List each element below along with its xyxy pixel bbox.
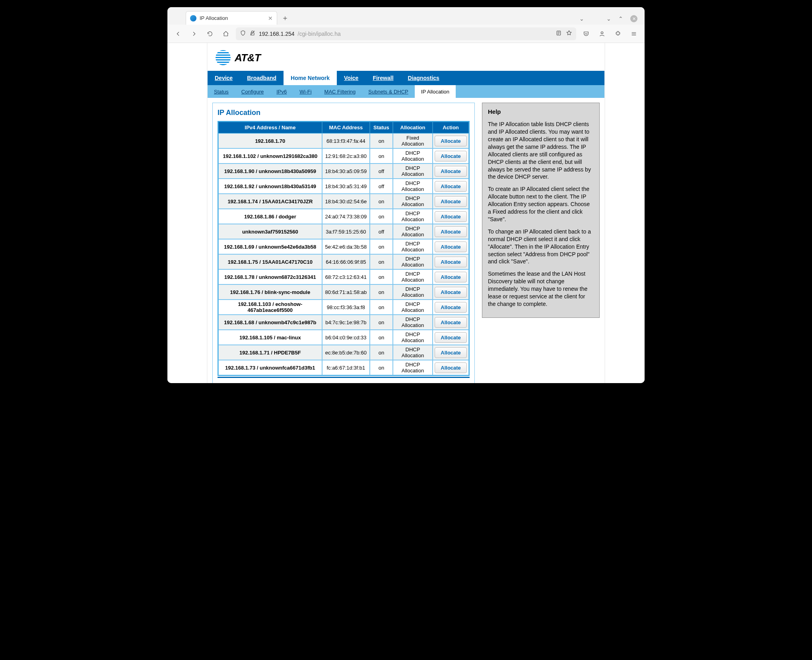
browser-tab[interactable]: IP Allocation ✕ bbox=[186, 11, 277, 25]
table-row: unknown3af7591525603a:f7:59:15:25:60offD… bbox=[218, 224, 469, 239]
cell-mac: 98:cc:f3:36:3a:f8 bbox=[322, 300, 370, 315]
allocate-button[interactable]: Allocate bbox=[435, 332, 467, 343]
forward-button[interactable] bbox=[188, 28, 200, 40]
allocate-button[interactable]: Allocate bbox=[435, 257, 467, 267]
allocate-button[interactable]: Allocate bbox=[435, 347, 467, 358]
tab-title: IP Allocation bbox=[200, 15, 228, 21]
help-title: Help bbox=[488, 108, 594, 116]
cell-allocation: DHCP Allocation bbox=[393, 330, 433, 345]
main-panel: IP Allocation IPv4 Address / Name MAC Ad… bbox=[212, 103, 475, 383]
cell-name: 192.168.1.74 / 15AA01AC34170JZR bbox=[218, 194, 322, 209]
tab-close-button[interactable]: ✕ bbox=[268, 15, 273, 21]
allocate-button[interactable]: Allocate bbox=[435, 287, 467, 298]
allocate-button[interactable]: Allocate bbox=[435, 166, 467, 177]
app-menu-button[interactable] bbox=[628, 28, 640, 40]
window-min-button[interactable]: ⌄ bbox=[606, 16, 611, 22]
cell-status: off bbox=[370, 164, 393, 179]
subnav-ipv6[interactable]: IPv6 bbox=[270, 85, 293, 98]
cell-action: Allocate bbox=[433, 179, 469, 194]
reload-button[interactable] bbox=[204, 28, 216, 40]
window-close-button[interactable]: ✕ bbox=[630, 15, 637, 22]
page-viewport[interactable]: AT&T DeviceBroadbandHome NetworkVoiceFir… bbox=[167, 43, 645, 383]
mainnav-home-network[interactable]: Home Network bbox=[284, 71, 337, 85]
cell-action: Allocate bbox=[433, 330, 469, 345]
home-icon bbox=[223, 31, 229, 37]
allocate-button[interactable]: Allocate bbox=[435, 317, 467, 328]
cell-mac: fc:a6:67:1d:3f:b1 bbox=[322, 360, 370, 375]
cell-allocation: DHCP Allocation bbox=[393, 360, 433, 375]
cell-name: 192.168.1.86 / dodger bbox=[218, 209, 322, 224]
cell-allocation: DHCP Allocation bbox=[393, 345, 433, 360]
allocate-button[interactable]: Allocate bbox=[435, 181, 467, 192]
cell-name: 192.168.1.68 / unknownb47c9c1e987b bbox=[218, 315, 322, 330]
new-tab-button[interactable]: ＋ bbox=[280, 12, 291, 23]
tabs-dropdown-button[interactable]: ⌄ bbox=[579, 16, 584, 22]
cell-action: Allocate bbox=[433, 360, 469, 375]
allocate-button[interactable]: Allocate bbox=[435, 241, 467, 252]
cell-allocation: Fixed Allocation bbox=[393, 133, 433, 148]
back-button[interactable] bbox=[172, 28, 184, 40]
mainnav-diagnostics[interactable]: Diagnostics bbox=[401, 71, 447, 85]
browser-toolbar: 192.168.1.254/cgi-bin/ipalloc.ha bbox=[167, 25, 645, 43]
table-row: 192.168.1.73 / unknownfca6671d3fb1fc:a6:… bbox=[218, 360, 469, 375]
table-row: 192.168.1.86 / dodger24:a0:74:73:38:09on… bbox=[218, 209, 469, 224]
account-icon bbox=[599, 31, 605, 37]
cell-action: Allocate bbox=[433, 133, 469, 148]
subnav-subnets-dhcp[interactable]: Subnets & DHCP bbox=[362, 85, 414, 98]
mainnav-broadband[interactable]: Broadband bbox=[240, 71, 284, 85]
subnav-mac-filtering[interactable]: MAC Filtering bbox=[318, 85, 362, 98]
pocket-icon bbox=[583, 31, 589, 37]
pocket-button[interactable] bbox=[580, 28, 592, 40]
mainnav-voice[interactable]: Voice bbox=[337, 71, 365, 85]
arrow-left-icon bbox=[175, 31, 181, 37]
cell-action: Allocate bbox=[433, 269, 469, 284]
cell-mac: 24:a0:74:73:38:09 bbox=[322, 209, 370, 224]
allocate-button[interactable]: Allocate bbox=[435, 136, 467, 146]
cell-name: unknown3af759152560 bbox=[218, 224, 322, 239]
cell-action: Allocate bbox=[433, 284, 469, 300]
svg-point-6 bbox=[601, 31, 603, 33]
allocate-button[interactable]: Allocate bbox=[435, 272, 467, 282]
url-host: 192.168.1.254 bbox=[259, 31, 295, 37]
allocate-button[interactable]: Allocate bbox=[435, 196, 467, 207]
cell-mac: 18:b4:30:a5:31:49 bbox=[322, 179, 370, 194]
cell-mac: 18:b4:30:d2:54:6e bbox=[322, 194, 370, 209]
mainnav-device[interactable]: Device bbox=[208, 71, 240, 85]
reload-icon bbox=[207, 31, 213, 37]
cell-allocation: DHCP Allocation bbox=[393, 209, 433, 224]
home-button[interactable] bbox=[220, 28, 232, 40]
allocate-button[interactable]: Allocate bbox=[435, 151, 467, 162]
cell-status: on bbox=[370, 300, 393, 315]
cell-name: 192.168.1.69 / unknown5e42e6da3b58 bbox=[218, 239, 322, 254]
extensions-button[interactable] bbox=[612, 28, 624, 40]
subnav-wi-fi[interactable]: Wi-Fi bbox=[293, 85, 318, 98]
url-path: /cgi-bin/ipalloc.ha bbox=[298, 31, 341, 37]
cell-mac: 18:b4:30:a5:09:59 bbox=[322, 164, 370, 179]
allocate-button[interactable]: Allocate bbox=[435, 226, 467, 237]
url-bar[interactable]: 192.168.1.254/cgi-bin/ipalloc.ha bbox=[236, 27, 576, 40]
cell-action: Allocate bbox=[433, 194, 469, 209]
window-max-button[interactable]: ⌃ bbox=[618, 16, 623, 22]
mainnav-firewall[interactable]: Firewall bbox=[365, 71, 400, 85]
cell-name: 192.168.1.102 / unknown1291682ca380 bbox=[218, 148, 322, 164]
col-status: Status bbox=[370, 122, 393, 133]
cell-name: 192.168.1.103 / echoshow-467ab1eace6f550… bbox=[218, 300, 322, 315]
help-paragraph: To create an IP Allocated client select … bbox=[488, 185, 594, 223]
sub-nav: StatusConfigureIPv6Wi-FiMAC FilteringSub… bbox=[208, 85, 604, 98]
cell-mac: 68:72:c3:12:63:41 bbox=[322, 269, 370, 284]
allocate-button[interactable]: Allocate bbox=[435, 362, 467, 373]
cell-name: 192.168.1.90 / unknown18b430a50959 bbox=[218, 164, 322, 179]
insecure-lock-icon bbox=[249, 30, 256, 37]
account-button[interactable] bbox=[596, 28, 608, 40]
subnav-ip-allocation[interactable]: IP Allocation bbox=[415, 85, 456, 98]
bookmark-star-icon[interactable] bbox=[566, 30, 572, 37]
allocate-button[interactable]: Allocate bbox=[435, 302, 467, 313]
subnav-status[interactable]: Status bbox=[208, 85, 235, 98]
cell-action: Allocate bbox=[433, 239, 469, 254]
reader-mode-icon[interactable] bbox=[556, 30, 562, 37]
cell-name: 192.168.1.73 / unknownfca6671d3fb1 bbox=[218, 360, 322, 375]
subnav-configure[interactable]: Configure bbox=[235, 85, 270, 98]
allocate-button[interactable]: Allocate bbox=[435, 211, 467, 222]
cell-mac: 3a:f7:59:15:25:60 bbox=[322, 224, 370, 239]
table-row: 192.168.1.92 / unknown18b430a5314918:b4:… bbox=[218, 179, 469, 194]
